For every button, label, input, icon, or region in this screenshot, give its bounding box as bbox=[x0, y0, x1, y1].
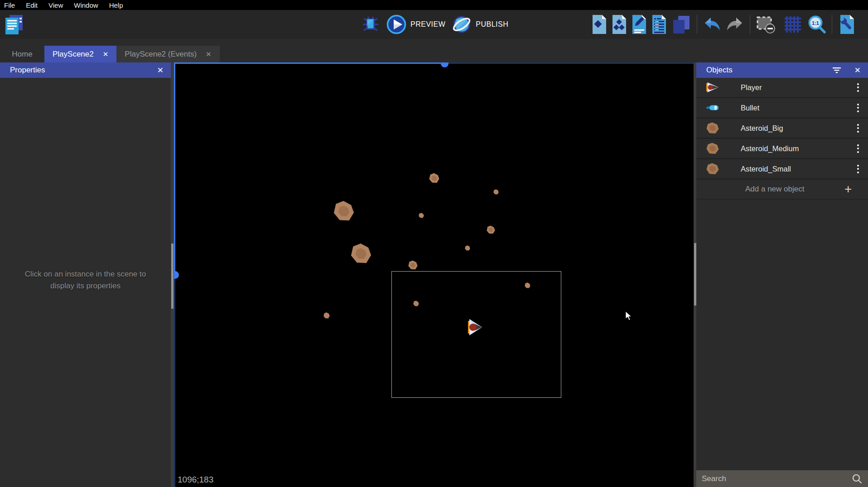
object-menu-icon[interactable] bbox=[848, 124, 868, 133]
h-scrollbar-filled[interactable] bbox=[174, 62, 445, 64]
asteroid-icon bbox=[696, 122, 729, 134]
object-menu-icon[interactable] bbox=[848, 165, 868, 173]
redo-icon[interactable] bbox=[725, 15, 743, 33]
menu-bar: FileEditViewWindowHelp bbox=[0, 0, 868, 10]
object-search-bar bbox=[696, 470, 868, 487]
asteroid-instance[interactable] bbox=[493, 188, 499, 196]
tab-label: PlayScene2 bbox=[53, 50, 94, 59]
object-menu-icon[interactable] bbox=[848, 83, 868, 92]
zoom-1-1-icon[interactable]: 1:1 bbox=[807, 15, 826, 34]
menu-edit[interactable]: Edit bbox=[20, 1, 43, 9]
properties-empty-message: Click on an instance in the scene to dis… bbox=[0, 268, 171, 292]
h-scrollbar-thumb[interactable] bbox=[441, 62, 448, 67]
add-new-object-button[interactable]: Add a new object + bbox=[696, 180, 868, 200]
close-icon[interactable]: ✕ bbox=[156, 66, 164, 75]
menu-file[interactable]: File bbox=[0, 1, 20, 9]
objects-panel-title: Objects bbox=[706, 66, 733, 75]
project-manager-icon[interactable] bbox=[3, 14, 25, 36]
plus-icon[interactable]: + bbox=[844, 182, 868, 196]
close-tab-icon[interactable]: ✕ bbox=[103, 50, 109, 58]
publish-button[interactable]: PUBLISH bbox=[452, 14, 508, 34]
tab-bar: HomePlayScene2✕PlayScene2 (Events)✕ bbox=[0, 39, 868, 62]
menu-view[interactable]: View bbox=[43, 1, 68, 9]
properties-resize-handle[interactable] bbox=[171, 62, 174, 487]
asteroid-instance[interactable] bbox=[408, 260, 418, 272]
properties-panel: Properties ✕ Click on an instance in the… bbox=[0, 62, 171, 487]
object-row-bullet[interactable]: Bullet bbox=[696, 98, 868, 119]
preview-button[interactable]: PREVIEW bbox=[386, 14, 445, 34]
scene-canvas[interactable]: 1096;183 bbox=[174, 62, 694, 487]
menu-help[interactable]: Help bbox=[104, 1, 129, 9]
close-tab-icon[interactable]: ✕ bbox=[206, 50, 212, 58]
objects-panel-empty-area bbox=[696, 200, 868, 470]
player-ship-icon bbox=[696, 82, 729, 93]
object-menu-icon[interactable] bbox=[848, 104, 868, 112]
asteroid-icon bbox=[696, 143, 729, 154]
bullet-icon bbox=[696, 105, 729, 111]
debug-icon[interactable] bbox=[361, 15, 380, 34]
search-icon[interactable] bbox=[852, 473, 863, 484]
external-objects-doc-icon[interactable] bbox=[612, 14, 627, 34]
edit-scene-doc-icon[interactable] bbox=[632, 14, 647, 34]
player-instance[interactable] bbox=[468, 319, 483, 338]
v-scrollbar-filled[interactable] bbox=[174, 62, 175, 275]
tab-label: PlayScene2 (Events) bbox=[125, 50, 197, 59]
tab-playscene2[interactable]: PlayScene2✕ bbox=[44, 46, 116, 62]
object-name: Bullet bbox=[729, 104, 848, 112]
asteroid-icon bbox=[696, 163, 729, 175]
toolbar-separator bbox=[697, 15, 697, 34]
undo-icon[interactable] bbox=[704, 15, 722, 33]
scrollbar-thumb[interactable] bbox=[694, 243, 696, 306]
objects-panel: Objects ✕ PlayerBulletAsteroid_BigAstero… bbox=[696, 62, 868, 487]
object-search-input[interactable] bbox=[702, 474, 852, 483]
preview-play-icon bbox=[386, 14, 406, 34]
object-menu-icon[interactable] bbox=[848, 144, 868, 153]
asteroid-instance[interactable] bbox=[323, 312, 330, 320]
canvas-scrollbar[interactable] bbox=[694, 62, 696, 487]
properties-panel-title: Properties bbox=[10, 66, 45, 75]
toolbar: PREVIEW PUBLISH bbox=[0, 10, 868, 39]
object-name: Asteroid_Medium bbox=[729, 144, 848, 153]
asteroid-instance[interactable] bbox=[419, 212, 424, 220]
layers-icon[interactable] bbox=[671, 14, 690, 34]
tab-playscene2-events-[interactable]: PlayScene2 (Events)✕ bbox=[116, 46, 219, 62]
gdevelop-window: FileEditViewWindowHelp PREVIEW PUBLISH bbox=[0, 0, 868, 487]
close-icon[interactable]: ✕ bbox=[854, 66, 862, 75]
asteroid-instance[interactable] bbox=[465, 244, 470, 253]
properties-panel-header: Properties ✕ bbox=[0, 62, 171, 78]
v-scrollbar-track[interactable] bbox=[174, 275, 175, 487]
asteroid-instance[interactable] bbox=[525, 282, 530, 290]
grid-icon[interactable] bbox=[784, 15, 802, 33]
v-scrollbar-thumb[interactable] bbox=[174, 271, 179, 279]
resize-thumb[interactable] bbox=[171, 244, 174, 309]
object-row-player[interactable]: Player bbox=[696, 78, 868, 98]
object-row-asteroid_small[interactable]: Asteroid_Small bbox=[696, 159, 868, 180]
object-row-asteroid_big[interactable]: Asteroid_Big bbox=[696, 119, 868, 139]
publish-globe-icon bbox=[452, 14, 472, 34]
asteroid-instance[interactable] bbox=[351, 243, 371, 266]
objects-panel-header: Objects ✕ bbox=[696, 62, 868, 78]
object-name: Player bbox=[729, 83, 848, 92]
cursor-coordinates: 1096;183 bbox=[178, 475, 213, 485]
svg-text:1:1: 1:1 bbox=[812, 20, 819, 26]
asteroid-instance[interactable] bbox=[487, 225, 495, 236]
add-new-object-label: Add a new object bbox=[696, 185, 844, 194]
events-sheet-doc-icon[interactable] bbox=[651, 14, 667, 34]
filter-icon[interactable] bbox=[832, 67, 842, 74]
asteroid-instance[interactable] bbox=[333, 201, 354, 223]
clear-selection-icon[interactable] bbox=[756, 15, 776, 33]
object-name: Asteroid_Big bbox=[729, 124, 848, 133]
asteroid-instance[interactable] bbox=[429, 173, 439, 185]
mouse-cursor bbox=[625, 311, 632, 323]
publish-label: PUBLISH bbox=[476, 20, 508, 29]
scene-properties-doc-icon[interactable] bbox=[839, 14, 855, 34]
h-scrollbar-track[interactable] bbox=[445, 62, 694, 64]
tab-home[interactable]: Home bbox=[0, 46, 44, 62]
object-name: Asteroid_Small bbox=[729, 165, 848, 173]
asteroid-instance[interactable] bbox=[413, 300, 419, 308]
menu-window[interactable]: Window bbox=[68, 1, 103, 9]
tab-label: Home bbox=[12, 50, 32, 59]
object-row-asteroid_medium[interactable]: Asteroid_Medium bbox=[696, 139, 868, 159]
scene-objects-doc-icon[interactable] bbox=[592, 14, 607, 34]
preview-label: PREVIEW bbox=[410, 20, 445, 29]
